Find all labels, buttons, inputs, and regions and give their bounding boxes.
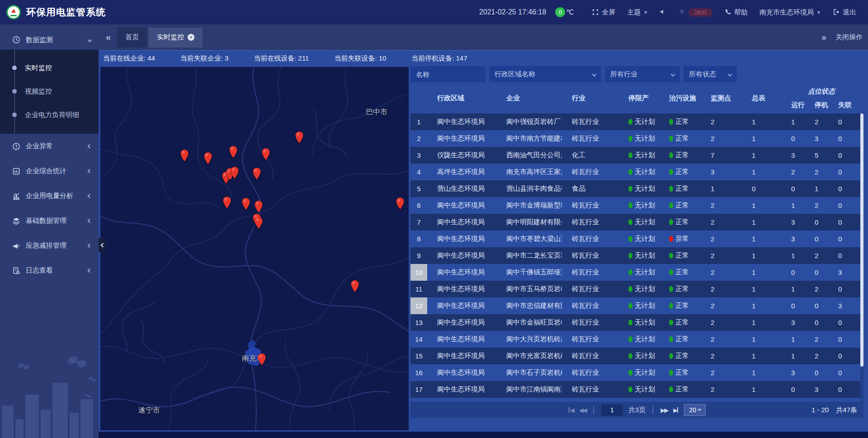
- map-panel[interactable]: 巴中市南充市遂宁市: [100, 67, 409, 430]
- cell-limit-status: 无计划: [618, 398, 659, 402]
- sound-button[interactable]: [660, 9, 667, 16]
- status-dot-icon: [669, 119, 673, 125]
- table-row[interactable]: 11阆中生态环境局阆中市五马桥页岩机砖砖瓦行业无计划正常21120: [410, 281, 863, 297]
- cell-monitor-points: 2: [701, 247, 742, 264]
- map-pin[interactable]: [396, 197, 405, 210]
- table-row[interactable]: 5营山生态环境局营山县润丰肉食品有限食品无计划正常10010: [410, 180, 863, 197]
- cell-lost: 0: [828, 180, 862, 197]
- table-row[interactable]: 1阆中生态环境局阆中强锐页岩砖厂砖瓦行业无计划正常21120: [410, 113, 863, 130]
- map-pin[interactable]: [295, 131, 304, 144]
- map-pin[interactable]: [229, 146, 238, 158]
- map-pin[interactable]: [254, 200, 263, 213]
- logout-button[interactable]: 退出: [833, 8, 856, 17]
- table-row[interactable]: 3仪陇生态环境局西南油气田分公司川中化工无计划正常71350: [410, 147, 863, 164]
- cell-row-number: 13: [410, 314, 427, 331]
- cell-monitor-points: 2: [701, 381, 742, 398]
- theme-label: 主题: [627, 8, 641, 17]
- map-pin[interactable]: [180, 149, 189, 162]
- cell-facility-status: 正常: [659, 147, 701, 164]
- org-dropdown[interactable]: 南充市生态环境局 ▼: [760, 8, 821, 17]
- map-pin[interactable]: [241, 198, 250, 210]
- table-scrollbar[interactable]: [860, 113, 863, 402]
- cell-facility-status: 正常: [659, 297, 701, 314]
- timeline-dot-icon: [12, 113, 17, 117]
- table-row[interactable]: 2阆中生态环境局阆中市南方节能建材有砖瓦行业无计划正常21030: [410, 130, 863, 147]
- sidebar-item[interactable]: 基础数据管理: [0, 208, 99, 233]
- map-pin[interactable]: [257, 353, 266, 366]
- map-pin[interactable]: [230, 166, 239, 179]
- region-select[interactable]: 行政区域名称: [489, 66, 601, 82]
- layers-icon: [12, 217, 20, 225]
- status-dot-icon: [628, 236, 632, 242]
- theme-dropdown[interactable]: 主题 ▼: [627, 8, 648, 17]
- cell-monitor-points: 2: [701, 231, 742, 247]
- map-pin[interactable]: [350, 280, 359, 292]
- cell-limit-status: 无计划: [618, 348, 659, 364]
- cell-region: 阆中生态环境局: [427, 231, 496, 247]
- cell-monitor-points: 2: [701, 364, 742, 381]
- table-row[interactable]: 15阆中生态环境局阆中市光富页岩机砖厂砖瓦行业无计划正常21120: [410, 348, 863, 364]
- cell-limit-status: 无计划: [618, 147, 659, 164]
- sidebar-item[interactable]: 日志查看: [0, 258, 99, 283]
- sidebar-item[interactable]: 企业异常: [0, 134, 99, 159]
- page-number-input[interactable]: [601, 404, 623, 416]
- sidebar-item[interactable]: 数据监测: [0, 30, 99, 50]
- table-row[interactable]: 6阆中生态环境局阆中市金博瑞新型墙材砖瓦行业无计划正常21120: [410, 197, 863, 214]
- table-row[interactable]: 4高坪生态环境局南充市高坪区王家店建砖瓦行业无计划正常31220: [410, 164, 863, 180]
- first-page-button[interactable]: ◀: [568, 407, 574, 414]
- cell-facility-status: 正常: [659, 247, 701, 264]
- chevron-left-icon: [88, 169, 92, 174]
- table-row[interactable]: 8阆中生态环境局阆中市枣碧大梁山页岩砖瓦行业无计划异常21300: [410, 231, 863, 247]
- table-row[interactable]: 12阆中生态环境局阆中市忠信建材有限公砖瓦行业无计划正常21003: [410, 297, 863, 314]
- cell-stopped: 0: [805, 264, 828, 281]
- table-row[interactable]: 17阆中生态环境局阆中市江南镇阆南页岩砖瓦行业无计划正常21030: [410, 381, 863, 398]
- status-select[interactable]: 所有状态: [684, 66, 737, 82]
- col-points: 监测点: [701, 83, 742, 113]
- table-row[interactable]: 16阆中生态环境局阆中市石子页岩机砖厂砖瓦行业无计划正常21300: [410, 364, 863, 381]
- map-pin[interactable]: [261, 148, 270, 160]
- notifications[interactable]: 2632: [679, 8, 712, 17]
- col-lost: 失联: [828, 97, 862, 113]
- table-row[interactable]: 10阆中生态环境局阆中千佛镇五郎垭页岩砖瓦行业无计划正常21003: [410, 264, 863, 281]
- tabs-scroll-right-button[interactable]: »: [821, 32, 826, 42]
- cell-limit-status: 无计划: [618, 197, 659, 214]
- sidebar-subitem[interactable]: 实时监控: [0, 56, 99, 80]
- prev-page-button[interactable]: ◀◀: [579, 407, 586, 414]
- map-pin[interactable]: [252, 167, 261, 180]
- tabs-scroll-left-button[interactable]: «: [99, 32, 117, 42]
- table-row[interactable]: 14阆中生态环境局阆中大兴页岩机砖厂砖瓦行业无计划正常21120: [410, 331, 863, 348]
- page-size-select[interactable]: 20: [684, 404, 706, 416]
- sidebar-item[interactable]: 企业综合统计: [0, 159, 99, 184]
- tab-home[interactable]: 首页: [117, 28, 147, 47]
- stat-label: 当前失联设备:: [334, 54, 377, 62]
- map-pin[interactable]: [222, 196, 231, 209]
- table-row[interactable]: 13阆中生态环境局阆中市金福旺页岩机砖砖瓦行业无计划正常21300: [410, 314, 863, 331]
- cell-monitor-points: 2: [701, 130, 742, 147]
- industry-select[interactable]: 所有行业: [605, 66, 680, 82]
- scrollbar-thumb[interactable]: [860, 113, 863, 367]
- cell-stopped: 5: [805, 147, 828, 164]
- close-operations-button[interactable]: 关闭操作: [835, 33, 863, 42]
- cell-industry: 砖瓦行业: [562, 381, 618, 398]
- fullscreen-button[interactable]: 全屏: [592, 8, 615, 17]
- name-search-input[interactable]: [410, 66, 486, 82]
- next-page-button[interactable]: ▶▶: [660, 407, 668, 414]
- sidebar-subitem[interactable]: 企业电力负荷明细: [0, 103, 99, 127]
- help-button[interactable]: 帮助: [724, 8, 748, 17]
- table-row[interactable]: 7阆中生态环境局阆中明阳建材有限公司砖瓦行业无计划正常21300: [410, 214, 863, 231]
- sidebar-item[interactable]: 企业用电量分析: [0, 184, 99, 208]
- map-pin[interactable]: [254, 217, 263, 229]
- tab-realtime-monitor[interactable]: 实时监控 ✕: [149, 28, 203, 47]
- cell-running: 3: [781, 231, 805, 247]
- cell-lost: 0: [828, 231, 862, 247]
- map-pin[interactable]: [203, 152, 212, 165]
- sidebar-subitem[interactable]: 视频监控: [0, 80, 99, 103]
- sidebar-item[interactable]: 应急减排管理: [0, 233, 99, 258]
- table-row[interactable]: 9阆中生态环境局阆中市二龙长宝页岩砖砖瓦行业无计划正常21120: [410, 247, 863, 264]
- table-row[interactable]: 18南部生态环境局南部县砖瓦有限公建材加工无计划正常50050: [410, 398, 863, 402]
- sidebar-collapse-button[interactable]: [99, 238, 106, 252]
- cell-region: 阆中生态环境局: [427, 214, 496, 231]
- last-page-button[interactable]: ▶: [673, 407, 679, 414]
- tab-close-icon[interactable]: ✕: [188, 34, 194, 41]
- status-dot-icon: [669, 353, 673, 359]
